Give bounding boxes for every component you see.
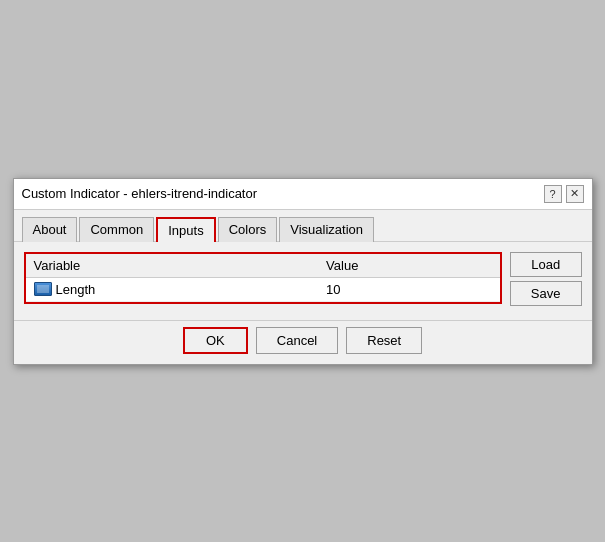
tabs-bar: About Common Inputs Colors Visualization: [14, 210, 592, 242]
help-button[interactable]: ?: [544, 185, 562, 203]
tab-colors[interactable]: Colors: [218, 217, 278, 242]
variable-name: Length: [56, 282, 96, 297]
tab-visualization[interactable]: Visualization: [279, 217, 374, 242]
side-panel: Load Save: [510, 252, 582, 306]
column-header-value: Value: [318, 254, 500, 278]
variable-cell: Length: [26, 277, 319, 301]
cell-with-icon: Length: [34, 282, 311, 297]
bottom-buttons-bar: OK Cancel Reset: [14, 320, 592, 364]
title-buttons: ? ✕: [544, 185, 584, 203]
close-button[interactable]: ✕: [566, 185, 584, 203]
tab-inputs[interactable]: Inputs: [156, 217, 215, 242]
main-content: Variable Value Length: [24, 252, 502, 306]
tab-about[interactable]: About: [22, 217, 78, 242]
title-bar: Custom Indicator - ehlers-itrend-indicat…: [14, 179, 592, 210]
input-type-icon: [34, 282, 52, 296]
table-row[interactable]: Length 10: [26, 277, 500, 301]
ok-button[interactable]: OK: [183, 327, 248, 354]
dialog-window: Custom Indicator - ehlers-itrend-indicat…: [13, 178, 593, 365]
tab-common[interactable]: Common: [79, 217, 154, 242]
dialog-title: Custom Indicator - ehlers-itrend-indicat…: [22, 186, 258, 201]
load-button[interactable]: Load: [510, 252, 582, 277]
reset-button[interactable]: Reset: [346, 327, 422, 354]
cancel-button[interactable]: Cancel: [256, 327, 338, 354]
inputs-table-container: Variable Value Length: [24, 252, 502, 304]
save-button[interactable]: Save: [510, 281, 582, 306]
column-header-variable: Variable: [26, 254, 319, 278]
table-header-row: Variable Value: [26, 254, 500, 278]
value-cell[interactable]: 10: [318, 277, 500, 301]
inputs-table: Variable Value Length: [26, 254, 500, 302]
variable-value: 10: [326, 282, 340, 297]
main-layout: Variable Value Length: [14, 242, 592, 316]
